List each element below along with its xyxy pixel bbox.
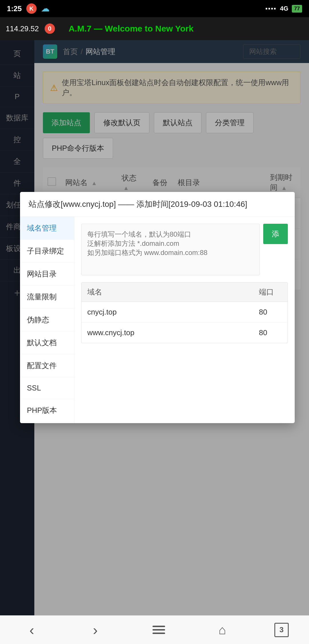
signal-icon: ▪▪▪▪	[265, 5, 276, 12]
add-domain-button[interactable]: 添	[263, 224, 288, 244]
domain-name-cell: www.cnycj.top	[82, 323, 253, 343]
notification-badge[interactable]: 0	[45, 23, 55, 34]
modal-nav-rewrite[interactable]: 伪静态	[20, 309, 74, 331]
domain-row: cnycj.top 80	[82, 302, 288, 323]
ip-display: 114.29.52	[0, 24, 45, 33]
domain-input-area[interactable]	[81, 224, 260, 275]
bottom-nav: ‹ › ⌂ 3	[0, 615, 309, 644]
modal-nav-subdir[interactable]: 子目录绑定	[20, 240, 74, 263]
marquee-text: A.M.7 — Welcome to New York	[57, 24, 194, 34]
domain-row: www.cnycj.top 80	[82, 323, 288, 343]
time-display: 1:25	[7, 4, 22, 13]
modal-header: 站点修改[www.cnycj.top] —— 添加时间[2019-09-03 0…	[20, 192, 295, 217]
home-button[interactable]: ⌂	[211, 619, 234, 641]
battery-icon: 77	[292, 5, 302, 13]
back-button[interactable]: ‹	[20, 619, 43, 641]
status-left: 1:25 K ☁	[7, 3, 49, 14]
modal-nav-tomcat[interactable]: Tomcat	[20, 422, 74, 423]
marquee-banner: 114.29.52 0 A.M.7 — Welcome to New York	[0, 17, 309, 40]
modal-title: 站点修改[www.cnycj.top] —— 添加时间[2019-09-03 0…	[29, 200, 247, 209]
modal-nav-config[interactable]: 配置文件	[20, 354, 74, 377]
modal-nav-traffic[interactable]: 流量限制	[20, 286, 74, 309]
modal-nav-defaultdoc[interactable]: 默认文档	[20, 331, 74, 354]
domain-name-cell: cnycj.top	[82, 302, 253, 323]
main-layout: 页 站 P 数据库 控 全 件 划任务 件商店 板设置 出	[0, 40, 309, 615]
cloud-icon: ☁	[41, 4, 49, 13]
network-type: 4G	[280, 5, 288, 12]
menu-button[interactable]	[147, 619, 170, 641]
tabs-button[interactable]: 3	[274, 623, 289, 637]
site-edit-modal: 站点修改[www.cnycj.top] —— 添加时间[2019-09-03 0…	[20, 192, 295, 423]
status-right: ▪▪▪▪ 4G 77	[265, 5, 302, 13]
domain-table-header-name: 域名	[82, 282, 253, 302]
k-app-icon[interactable]: K	[26, 3, 37, 14]
modal-body: 域名管理 子目录绑定 网站目录 流量限制 伪静态 默认文档 配置	[20, 217, 295, 423]
domain-table: 域名 端口 cnycj.top 80 www.cnycj.top 80	[82, 282, 288, 343]
modal-nav-sitedir[interactable]: 网站目录	[20, 263, 74, 286]
modal-sidebar: 域名管理 子目录绑定 网站目录 流量限制 伪静态 默认文档 配置	[20, 217, 74, 423]
modal-nav-ssl[interactable]: SSL	[20, 377, 74, 399]
domain-port-cell: 80	[253, 323, 288, 343]
modal-nav-php[interactable]: PHP版本	[20, 399, 74, 422]
modal-nav-domain[interactable]: 域名管理	[20, 217, 74, 240]
forward-button[interactable]: ›	[84, 619, 107, 641]
domain-input-row: 添	[81, 224, 288, 275]
modal-main-content: 添 域名 端口 cnycj.top 80 www.cnycj.to	[74, 217, 295, 423]
domain-port-cell: 80	[253, 302, 288, 323]
domain-table-area: 域名 端口 cnycj.top 80 www.cnycj.top 80	[81, 282, 288, 343]
domain-table-header-port: 端口	[253, 282, 288, 302]
status-bar: 1:25 K ☁ ▪▪▪▪ 4G 77	[0, 0, 309, 17]
